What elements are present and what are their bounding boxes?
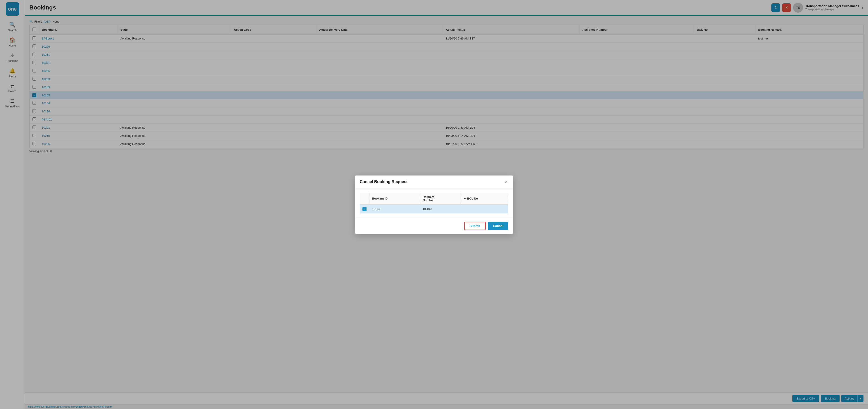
modal-footer: Submit Cancel: [355, 218, 513, 233]
modal-col-check: [360, 193, 369, 204]
modal-title: Cancel Booking Request: [360, 180, 408, 184]
modal-header-row: Booking ID RequestNumber ✏ BOL No: [360, 193, 508, 204]
modal-close-button[interactable]: ✕: [504, 179, 508, 185]
modal-cancel-button[interactable]: Cancel: [488, 222, 508, 230]
modal-row-checkbox-cell: ✓: [360, 204, 369, 214]
modal-row-booking-id: 10165: [369, 204, 420, 214]
cancel-booking-modal: Cancel Booking Request ✕ Booking ID Requ…: [355, 176, 513, 234]
edit-bol-icon[interactable]: ✏: [464, 197, 466, 200]
modal-row-bol-no: [461, 204, 508, 214]
modal-col-bol-no: ✏ BOL No: [461, 193, 508, 204]
modal-overlay: Cancel Booking Request ✕ Booking ID Requ…: [0, 0, 868, 409]
modal-col-request-number: RequestNumber: [420, 193, 461, 204]
modal-header: Cancel Booking Request ✕: [355, 176, 513, 188]
modal-table-row: ✓ 10165 10,100: [360, 204, 508, 214]
modal-table: Booking ID RequestNumber ✏ BOL No ✓ 1016…: [360, 193, 508, 214]
modal-row-checkbox[interactable]: ✓: [363, 207, 367, 211]
modal-col-booking-id: Booking ID: [369, 193, 420, 204]
modal-body: Booking ID RequestNumber ✏ BOL No ✓ 1016…: [355, 188, 513, 218]
submit-button[interactable]: Submit: [464, 222, 486, 230]
modal-row-request-number: 10,100: [420, 204, 461, 214]
